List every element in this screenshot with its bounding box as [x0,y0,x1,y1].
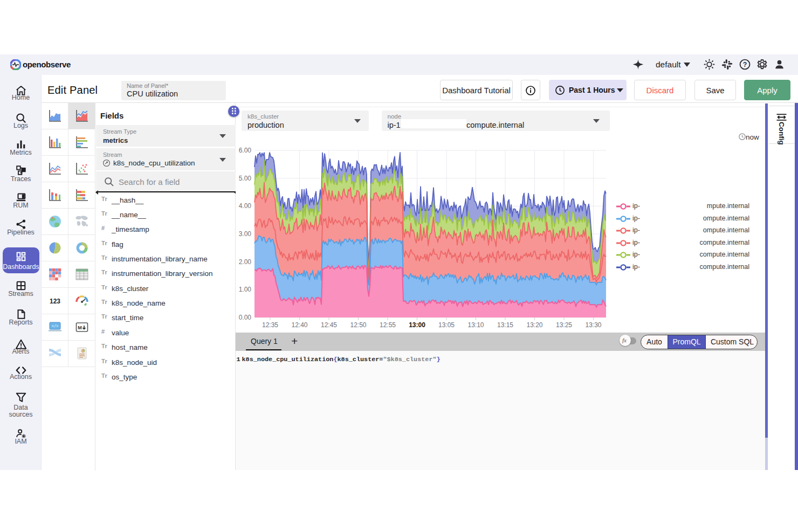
svg-text:12:40: 12:40 [291,321,307,329]
svg-text:4.00: 4.00 [239,202,252,210]
svg-text:13:10: 13:10 [467,321,484,329]
svg-text:12:45: 12:45 [321,321,337,329]
svg-text:12:35: 12:35 [262,321,278,329]
svg-text:0.00: 0.00 [239,314,252,321]
svg-text:</>: </> [52,324,59,328]
svg-text:?: ? [743,61,747,68]
svg-text:M: M [78,325,82,330]
svg-text:13:30: 13:30 [585,321,601,329]
svg-text:13:00: 13:00 [409,321,425,329]
svg-text:13:15: 13:15 [497,321,513,329]
svg-text:13:05: 13:05 [438,321,455,329]
svg-text:3.00: 3.00 [239,230,252,238]
svg-text:123: 123 [50,298,60,305]
svg-text:13:20: 13:20 [526,321,542,329]
svg-text:12:55: 12:55 [380,321,396,329]
svg-text:13:25: 13:25 [556,321,572,329]
svg-text:12:50: 12:50 [350,321,366,329]
svg-text:5.00: 5.00 [239,174,252,182]
svg-text:1.00: 1.00 [239,286,252,293]
svg-text:2.00: 2.00 [239,258,252,265]
svg-text:6.00: 6.00 [239,147,252,154]
